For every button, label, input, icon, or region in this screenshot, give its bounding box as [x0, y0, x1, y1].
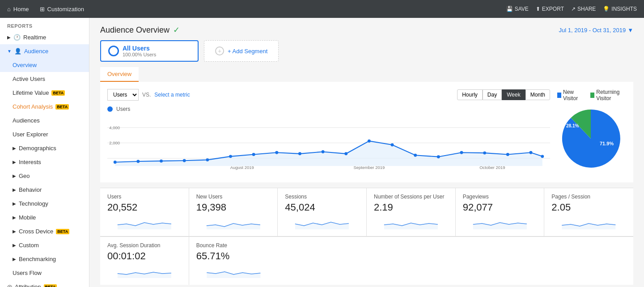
metric-select[interactable]: Users: [107, 89, 139, 101]
svg-point-14: [298, 152, 301, 155]
svg-marker-32: [206, 224, 260, 229]
top-nav: ⌂ Home ⊞ Customization 💾 SAVE ⬆ EXPORT ↗…: [0, 0, 644, 18]
page-title: Audience Overview: [100, 25, 169, 35]
sidebar-item-cross-device[interactable]: ▶ Cross Device BETA: [0, 224, 89, 238]
svg-text:2,000: 2,000: [109, 140, 120, 145]
svg-point-24: [530, 151, 533, 154]
svg-point-13: [275, 151, 278, 154]
chart-legend: Users: [107, 106, 550, 112]
sidebar: REPORTS ▶ 🕐 Realtime ▼ 👤 Audience Overvi…: [0, 18, 89, 287]
share-button[interactable]: ↗ SHARE: [571, 6, 596, 12]
time-buttons: Hourly Day Week Month: [457, 89, 550, 100]
add-segment-button[interactable]: + + Add Segment: [204, 40, 279, 62]
svg-text:28.1%: 28.1%: [566, 123, 579, 128]
metric-bounce-rate: Bounce Rate 65.71%: [189, 237, 278, 285]
metric-pageviews: Pageviews 92,077: [456, 188, 545, 236]
beta-badge-cohort: BETA: [55, 104, 69, 110]
svg-point-10: [206, 158, 209, 161]
verified-icon: ✓: [173, 25, 180, 35]
legend-label: Users: [116, 106, 130, 112]
svg-point-11: [229, 155, 232, 158]
chevron-right-icon-bench: ▶: [13, 257, 16, 262]
sidebar-item-active-users[interactable]: Active Users: [0, 72, 89, 86]
grid-icon: ⊞: [40, 6, 45, 13]
chevron-right-icon-mobile: ▶: [13, 215, 16, 220]
metric-new-users: New Users 19,398: [189, 188, 278, 236]
sidebar-item-interests[interactable]: ▶ Interests: [0, 155, 89, 169]
segment-bar: All Users 100.00% Users + + Add Segment: [100, 40, 633, 62]
sidebar-item-cohort-analysis[interactable]: Cohort Analysis BETA: [0, 100, 89, 114]
top-nav-left: ⌂ Home ⊞ Customization: [7, 6, 84, 13]
sparkline-sessions: [285, 216, 359, 229]
active-segment[interactable]: All Users 100.00% Users: [100, 40, 199, 62]
svg-point-25: [541, 155, 544, 158]
sidebar-item-behavior[interactable]: ▶ Behavior: [0, 183, 89, 197]
new-visitor-legend-label: New Visitor: [563, 89, 583, 101]
svg-text:August 2019: August 2019: [230, 165, 254, 170]
svg-point-17: [368, 139, 371, 143]
sparkline-avg-session: [107, 265, 182, 278]
svg-point-9: [183, 159, 186, 162]
pie-chart: 71.9% 28.1%: [557, 105, 624, 172]
svg-point-16: [344, 152, 347, 155]
time-btn-month[interactable]: Month: [525, 89, 550, 100]
time-btn-day[interactable]: Day: [483, 89, 502, 100]
metric-pages-per-session: Pages / Session 2.05: [544, 188, 633, 236]
share-icon: ↗: [571, 6, 576, 12]
select-metric-link[interactable]: Select a metric: [154, 92, 190, 98]
chevron-right-icon-interests: ▶: [13, 160, 16, 165]
metrics-grid-2: Avg. Session Duration 00:01:02 Bounce Ra…: [100, 236, 633, 285]
nav-customization[interactable]: ⊞ Customization: [40, 6, 84, 13]
date-range-picker[interactable]: Jul 1, 2019 - Oct 31, 2019 ▼: [559, 27, 633, 34]
sidebar-item-audiences[interactable]: Audiences: [0, 114, 89, 127]
sparkline-users: [107, 216, 182, 229]
sidebar-item-realtime[interactable]: ▶ 🕐 Realtime: [0, 30, 89, 44]
sidebar-item-mobile[interactable]: ▶ Mobile: [0, 211, 89, 224]
sidebar-item-users-flow[interactable]: Users Flow: [0, 266, 89, 280]
svg-point-23: [506, 153, 509, 156]
save-button[interactable]: 💾 SAVE: [506, 6, 529, 12]
sidebar-item-benchmarking[interactable]: ▶ Benchmarking: [0, 252, 89, 266]
sidebar-item-user-explorer[interactable]: User Explorer: [0, 127, 89, 141]
content-area: Audience Overview ✓ Jul 1, 2019 - Oct 31…: [89, 18, 644, 287]
new-visitor-legend-dot: [557, 93, 561, 98]
svg-marker-38: [207, 272, 260, 278]
time-btn-hourly[interactable]: Hourly: [457, 89, 483, 100]
sidebar-item-custom[interactable]: ▶ Custom: [0, 238, 89, 252]
segment-circle: [108, 46, 119, 56]
sidebar-item-attribution[interactable]: ◎ Attribution BETA: [0, 280, 89, 287]
chevron-right-icon: ▶: [7, 35, 11, 40]
insights-button[interactable]: 💡 INSIGHTS: [603, 6, 637, 12]
overview-tab[interactable]: Overview: [100, 67, 139, 82]
chart-controls: Users VS. Select a metric Hourly Day Wee…: [107, 89, 550, 101]
top-nav-right: 💾 SAVE ⬆ EXPORT ↗ SHARE 💡 INSIGHTS: [506, 6, 637, 12]
metric-avg-session: Avg. Session Duration 00:01:02: [100, 237, 189, 285]
sidebar-item-audience[interactable]: ▼ 👤 Audience: [0, 44, 89, 58]
svg-marker-31: [118, 223, 171, 229]
export-button[interactable]: ⬆ EXPORT: [536, 6, 564, 12]
chart-container: Users VS. Select a metric Hourly Day Wee…: [100, 82, 633, 182]
svg-text:September 2019: September 2019: [353, 165, 385, 170]
svg-point-20: [437, 155, 440, 158]
sparkline-bounce: [196, 265, 271, 278]
time-btn-week[interactable]: Week: [502, 89, 525, 100]
metric-users: Users 20,552: [100, 188, 189, 236]
sidebar-item-overview[interactable]: Overview: [0, 58, 89, 72]
sidebar-item-geo[interactable]: ▶ Geo: [0, 169, 89, 183]
customization-label: Customization: [47, 6, 84, 13]
sidebar-item-technology[interactable]: ▶ Technology: [0, 197, 89, 211]
svg-point-12: [252, 153, 255, 156]
chevron-right-icon-cross: ▶: [13, 229, 16, 234]
page-header: Audience Overview ✓ Jul 1, 2019 - Oct 31…: [100, 25, 633, 35]
sidebar-item-demographics[interactable]: ▶ Demographics: [0, 141, 89, 155]
attribution-icon: ◎: [7, 283, 12, 287]
chevron-right-icon-custom: ▶: [13, 243, 16, 248]
sidebar-item-lifetime-value[interactable]: Lifetime Value BETA: [0, 86, 89, 100]
nav-home[interactable]: ⌂ Home: [7, 6, 29, 13]
metrics-grid: Users 20,552 New Users 19,398: [100, 188, 633, 236]
add-circle: +: [215, 46, 224, 55]
chevron-down-icon: ▼: [627, 27, 633, 34]
svg-point-6: [114, 160, 117, 164]
insights-icon: 💡: [603, 6, 610, 12]
chevron-right-icon-tech: ▶: [13, 201, 16, 206]
